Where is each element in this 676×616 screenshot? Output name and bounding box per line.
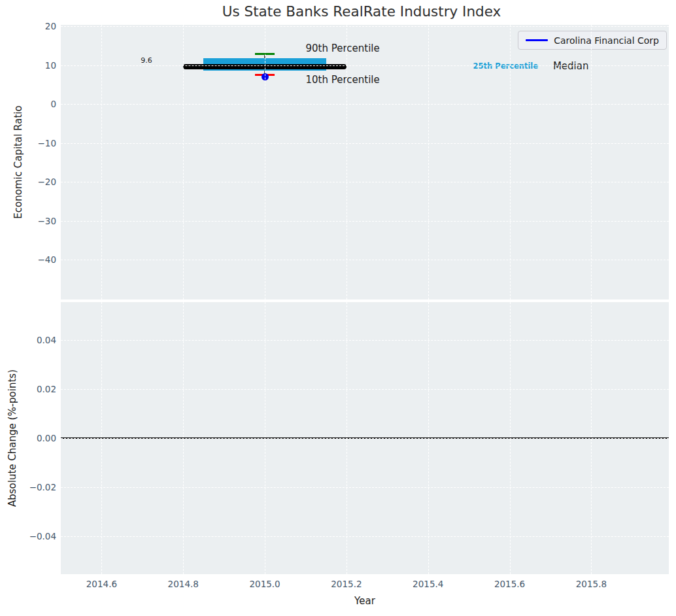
y-tick-label: 20 [17,21,56,31]
y-tick-label: −20 [17,177,56,187]
x-tick-label: 2014.6 [86,579,117,589]
gridline-horizontal [61,65,669,66]
y-tick-label: 0.02 [17,384,56,394]
gridline-horizontal [61,260,669,260]
gridline-vertical [346,25,347,299]
gridline-horizontal [61,487,669,488]
y-tick-label: −10 [17,138,56,148]
gridline-vertical [183,25,184,299]
x-tick-label: 2015.6 [494,579,525,589]
y-tick-label: −0.04 [17,531,56,541]
y-tick-label: 10 [17,60,56,71]
y-tick-label: −30 [17,216,56,226]
y-tick-label: 0 [17,99,56,109]
axes-bottom-absolute-change [61,302,669,574]
gridline-horizontal [61,143,669,144]
gridline-vertical [428,25,429,299]
chart-figure: Us State Banks RealRate Industry Index E… [0,0,676,616]
x-tick-label: 2014.8 [168,579,199,589]
legend-line-icon [526,39,548,41]
legend-label: Carolina Financial Corp [554,35,659,46]
ylabel-economic-capital-ratio: Economic Capital Ratio [12,105,24,218]
x-tick-label: 2015.8 [576,579,607,589]
legend: Carolina Financial Corp [518,31,667,50]
gridline-horizontal [61,340,669,341]
xlabel-year: Year [354,595,375,607]
gridline-horizontal [61,26,669,27]
gridline-horizontal [61,104,669,105]
gridline-horizontal [61,536,669,537]
gridline-horizontal [61,221,669,222]
axes-top-economic-capital-ratio: 90th Percentile 10th Percentile 9.6 25th… [61,25,669,299]
y-tick-label: −40 [17,254,56,265]
y-tick-label: 0.00 [17,433,56,443]
annotation-25th-percentile: 25th Percentile [473,61,539,71]
x-tick-label: 2015.4 [413,579,443,589]
annotation-median-label: Median [553,60,589,72]
gridline-horizontal [61,182,669,182]
gridline-vertical [591,25,592,299]
y-tick-label: 0.04 [17,335,56,345]
x-tick-label: 2015.2 [331,579,362,589]
x-tick-label: 2015.0 [249,579,280,589]
y-tick-label: −0.02 [17,482,56,492]
annotation-10th-percentile: 10th Percentile [305,74,379,86]
gridline-vertical [265,25,265,299]
chart-title: Us State Banks RealRate Industry Index [222,3,501,20]
annotation-median-value: 9.6 [141,56,152,65]
annotation-90th-percentile: 90th Percentile [305,43,379,54]
gridline-horizontal [61,438,669,439]
gridline-horizontal [61,389,669,390]
gridline-vertical [101,25,102,299]
gridline-vertical [510,25,511,299]
